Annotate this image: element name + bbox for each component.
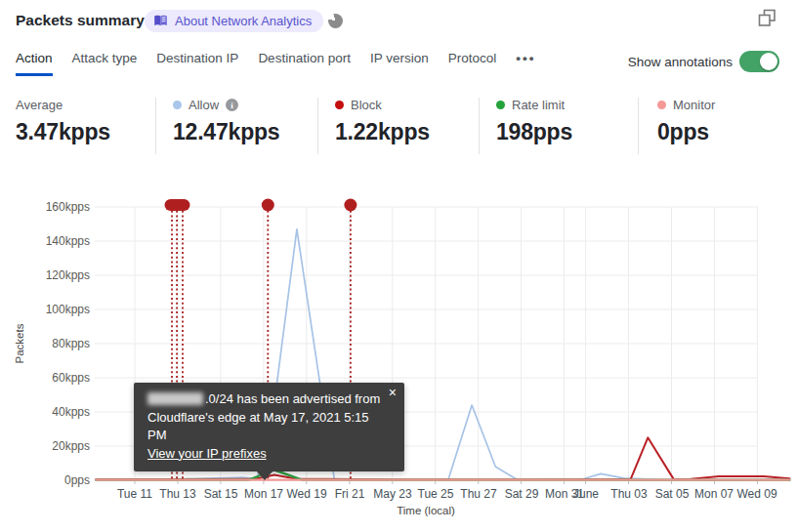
- badge-label: About Network Analytics: [175, 14, 312, 28]
- tab-destination-port[interactable]: Destination port: [258, 51, 351, 76]
- stat-value: 198pps: [496, 119, 643, 145]
- annotation-tooltip: × .0/24 has been advertised from Cloudfl…: [134, 383, 404, 471]
- x-tick-label: Wed 09: [724, 487, 790, 501]
- tab-action[interactable]: Action: [16, 51, 53, 76]
- stat-divider: [638, 98, 639, 154]
- y-tick-label: 20kpps: [29, 439, 90, 453]
- stat-label: Average: [16, 98, 63, 112]
- tab-bar: Action Attack type Destination IP Destin…: [16, 51, 535, 76]
- stat-divider: [479, 98, 480, 154]
- page-title: Packets summary: [16, 12, 145, 29]
- pie-chart-icon: [328, 14, 343, 28]
- about-network-analytics-badge[interactable]: About Network Analytics: [145, 10, 323, 32]
- y-axis-title: Packets: [14, 315, 25, 372]
- stat-value: 1.22kpps: [335, 119, 482, 145]
- stat-allow: Allow i 12.47kpps: [173, 98, 319, 145]
- tabs-overflow-button[interactable]: •••: [516, 51, 535, 76]
- y-tick-label: 0pps: [29, 473, 90, 487]
- copy-icon[interactable]: [758, 9, 776, 31]
- tab-protocol[interactable]: Protocol: [448, 51, 497, 76]
- tab-destination-ip[interactable]: Destination IP: [156, 51, 238, 76]
- block-dot: [335, 101, 344, 109]
- view-ip-prefixes-link[interactable]: View your IP prefixes: [147, 446, 267, 461]
- stat-rate-limit: Rate limit 198pps: [496, 98, 643, 145]
- stat-value: 12.47kpps: [173, 119, 319, 145]
- stat-block: Block 1.22kpps: [335, 98, 482, 145]
- stat-label: Rate limit: [512, 98, 565, 112]
- stat-label: Monitor: [673, 98, 715, 112]
- y-tick-label: 80kpps: [29, 337, 90, 350]
- info-icon[interactable]: i: [226, 99, 238, 111]
- stat-divider: [317, 98, 318, 154]
- stat-label: Block: [351, 98, 382, 112]
- show-annotations-label: Show annotations: [628, 55, 733, 69]
- y-tick-label: 160kpps: [29, 200, 90, 214]
- redacted-ip-prefix: [147, 392, 203, 405]
- rate-limit-dot: [496, 101, 505, 109]
- x-axis-title: Time (local): [386, 505, 466, 516]
- y-tick-label: 40kpps: [29, 405, 90, 419]
- stat-average: Average 3.47kpps: [16, 98, 162, 145]
- stat-monitor: Monitor 0pps: [657, 98, 797, 145]
- y-tick-label: 120kpps: [29, 268, 90, 282]
- allow-dot: [173, 101, 182, 109]
- tooltip-line2: Cloudflare's edge at May 17, 2021 5:15 P…: [147, 409, 391, 445]
- tooltip-caret: [256, 471, 273, 480]
- stat-value: 0pps: [657, 119, 797, 145]
- toggle-knob: [760, 53, 777, 70]
- y-tick-label: 140kpps: [29, 234, 90, 248]
- show-annotations-toggle[interactable]: [739, 51, 779, 72]
- tab-attack-type[interactable]: Attack type: [72, 51, 138, 76]
- tab-ip-version[interactable]: IP version: [370, 51, 429, 76]
- tooltip-line1: .0/24 has been advertised from: [147, 390, 391, 409]
- tooltip-close-icon[interactable]: ×: [389, 385, 397, 400]
- stat-label: Allow: [189, 98, 219, 112]
- stat-value: 3.47kpps: [16, 119, 162, 145]
- stat-divider: [155, 98, 156, 154]
- y-tick-label: 60kpps: [29, 371, 90, 385]
- book-icon: [153, 15, 168, 27]
- y-tick-label: 100kpps: [29, 303, 90, 316]
- monitor-dot: [657, 101, 666, 109]
